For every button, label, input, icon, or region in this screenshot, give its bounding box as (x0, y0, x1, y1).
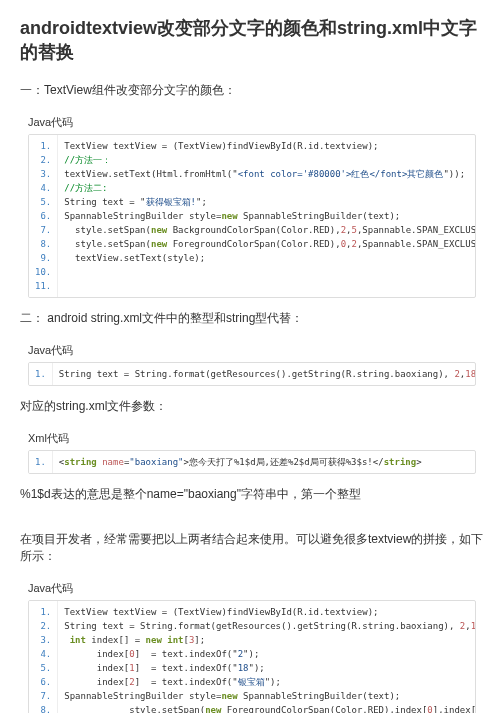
code-line: int index[] = new int[3]; (64, 633, 469, 647)
code-line: index[0] = text.indexOf("2"); (64, 647, 469, 661)
section-four: %1$d表达的意思是整个name="baoxiang"字符串中，第一个整型 (0, 482, 504, 507)
section-three: 对应的string.xml文件参数： (0, 394, 504, 419)
code-line: textView.setText(Html.fromHtml("<font co… (64, 167, 469, 181)
code-block-2: 1. String text = String.format(getResour… (28, 362, 476, 386)
code-line: SpannableStringBuilder style=new Spannab… (64, 689, 469, 703)
code-line: textView.setText(style); (64, 251, 469, 265)
code-line: //方法二: (64, 181, 469, 195)
code-label-java-3: Java代码 (0, 573, 504, 600)
code-line: TextView textView = (TextView)findViewBy… (64, 605, 469, 619)
section-two: 二： android string.xml文件中的整型和string型代替： (0, 306, 504, 331)
code-line: style.setSpan(new BackgroundColorSpan(Co… (64, 223, 469, 237)
code-line: //方法一： (64, 153, 469, 167)
code-line: String text = "获得银宝箱!"; (64, 195, 469, 209)
code-line: SpannableStringBuilder style=new Spannab… (64, 209, 469, 223)
code-label-java-2: Java代码 (0, 335, 504, 362)
code-line: String text = String.format(getResources… (59, 367, 469, 381)
code-line: index[2] = text.indexOf("银宝箱"); (64, 675, 469, 689)
page-title: androidtextview改变部分文字的颜色和string.xml中文字的替… (0, 0, 504, 72)
code-label-xml: Xml代码 (0, 423, 504, 450)
code-line: <string name="baoxiang">您今天打了%1$d局,还差%2$… (59, 455, 469, 469)
code-lines: TextView textView = (TextView)findViewBy… (58, 135, 475, 297)
section-one: 一：TextView组件改变部分文字的颜色： (0, 78, 504, 103)
gutter: 1.2.3.4.5.6.7.8.9.10.11. (29, 135, 58, 297)
code-block-3: 1. <string name="baoxiang">您今天打了%1$d局,还差… (28, 450, 476, 474)
code-block-1: 1.2.3.4.5.6.7.8.9.10.11. TextView textVi… (28, 134, 476, 298)
code-lines: TextView textView = (TextView)findViewBy… (58, 601, 475, 713)
code-lines: String text = String.format(getResources… (53, 363, 475, 385)
code-line: index[1] = text.indexOf("18"); (64, 661, 469, 675)
code-line: style.setSpan(new ForegroundColorSpan(Co… (64, 703, 469, 713)
gutter: 1.2.3.4.5.6.7.8.9.10.11.12.13. (29, 601, 58, 713)
code-label-java-1: Java代码 (0, 107, 504, 134)
gutter: 1. (29, 363, 53, 385)
section-five: 在项目开发者，经常需要把以上两者结合起来使用。可以避免很多textview的拼接… (0, 527, 504, 569)
code-block-4: 1.2.3.4.5.6.7.8.9.10.11.12.13. TextView … (28, 600, 476, 713)
code-line: String text = String.format(getResources… (64, 619, 469, 633)
code-line: style.setSpan(new ForegroundColorSpan(Co… (64, 237, 469, 251)
code-lines: <string name="baoxiang">您今天打了%1$d局,还差%2$… (53, 451, 475, 473)
gutter: 1. (29, 451, 53, 473)
code-line: TextView textView = (TextView)findViewBy… (64, 139, 469, 153)
